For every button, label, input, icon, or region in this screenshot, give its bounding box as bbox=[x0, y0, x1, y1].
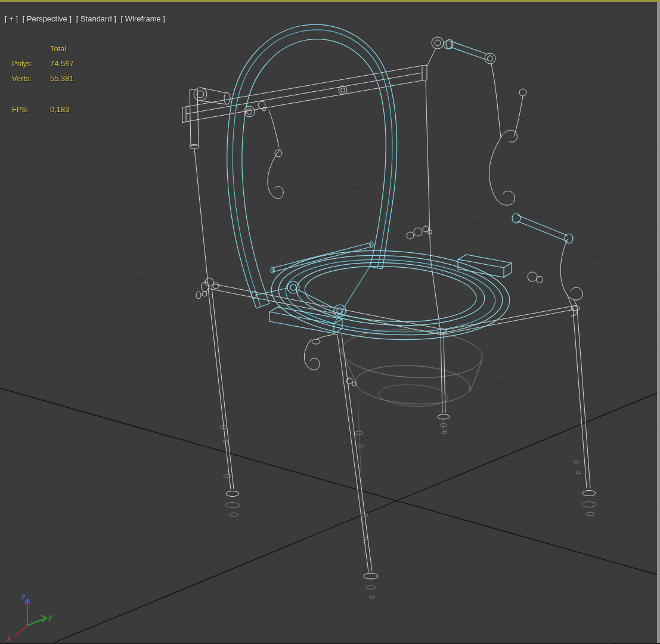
stats-header-row: Total bbox=[12, 41, 74, 56]
viewport-3d-perspective[interactable]: z y x [ + ] [ Perspective ] [ Standard ]… bbox=[0, 0, 660, 644]
window-edge-strip bbox=[657, 2, 660, 644]
axis-z-label: z bbox=[21, 592, 26, 601]
stats-polys-row: Polys: 74.567 bbox=[12, 56, 74, 71]
stats-verts-label: Verts: bbox=[12, 74, 50, 83]
stats-polys-value: 74.567 bbox=[50, 59, 74, 68]
viewport-shading-menu[interactable]: [ Wireframe ] bbox=[121, 14, 165, 23]
viewport-renderpreset-menu[interactable]: [ Standard ] bbox=[76, 14, 116, 23]
stats-verts-value: 55.381 bbox=[50, 74, 74, 83]
home-grid-axes bbox=[0, 388, 660, 644]
stats-polys-label: Polys: bbox=[12, 59, 50, 68]
statistics-overlay: Total Polys: 74.567 Verts: 55.381 FPS: 0… bbox=[12, 41, 74, 117]
stats-fps-row: FPS: 0,183 bbox=[12, 102, 74, 117]
viewport-canvas[interactable]: z y x bbox=[0, 2, 660, 644]
viewport-label-bar: [ + ] [ Perspective ] [ Standard ] [ Wir… bbox=[5, 14, 168, 23]
viewport-pov-menu[interactable]: [ Perspective ] bbox=[23, 14, 72, 23]
model-ghost-wires bbox=[220, 326, 596, 598]
model-wireframe-selected bbox=[227, 24, 573, 345]
viewport-general-menu[interactable]: [ + ] bbox=[5, 14, 18, 23]
world-axis-tripod: z y x bbox=[7, 592, 53, 643]
stats-fps-label: FPS: bbox=[12, 105, 50, 114]
stats-total-header: Total bbox=[50, 44, 66, 53]
axis-x-label: x bbox=[7, 634, 11, 643]
stats-verts-row: Verts: 55.381 bbox=[12, 71, 74, 86]
axis-y-label: y bbox=[48, 612, 53, 621]
home-grid bbox=[0, 63, 660, 644]
stats-fps-value: 0,183 bbox=[50, 105, 70, 114]
